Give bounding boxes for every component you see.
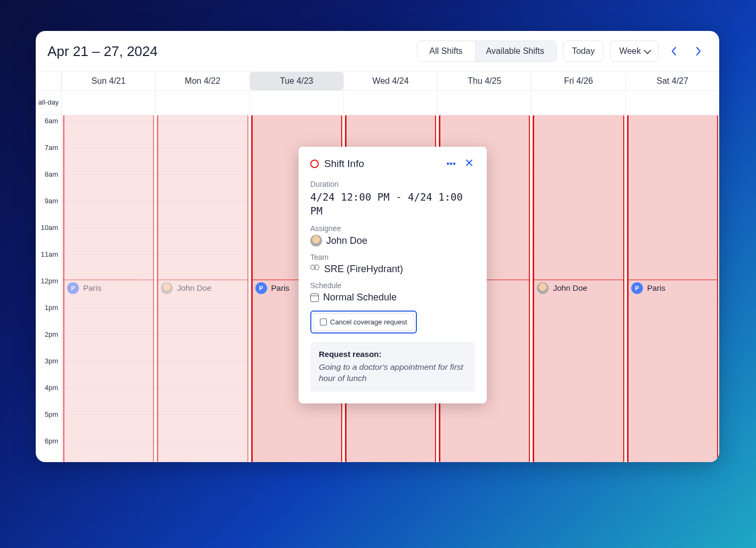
time-label: 12pm [41,277,58,285]
time-label: 4pm [45,384,58,392]
team-icon [310,265,320,274]
allday-label: all-day [36,91,61,115]
team-value: SRE (FireHydrant) [310,264,475,275]
header: Apr 21 – 27, 2024 All Shifts Available S… [36,31,719,72]
corner-cell [36,72,61,90]
reason-label: Request reason: [319,350,467,359]
calendar-cancel-icon [320,319,327,325]
avatar [310,235,322,247]
allday-cell[interactable] [155,91,249,115]
time-label: 6pm [45,437,58,445]
allday-cell[interactable] [61,91,155,115]
popover-title: Shift Info [324,158,439,170]
assignee-name: John Doe [553,283,587,292]
shift-color-icon [310,160,319,168]
duration-value: 4/24 12:00 PM - 4/24 1:00 PM [310,190,475,218]
day-header-today[interactable]: Tue 4/23 [250,72,343,90]
view-selector-label: Week [619,46,641,56]
assignee-name: John Doe [326,235,367,247]
reason-text: Going to a doctor's appointment for firs… [319,362,467,384]
shift-assignee[interactable]: John Doe [157,280,248,296]
day-column[interactable]: PParis [625,115,719,462]
allday-cell[interactable] [531,91,625,115]
time-label: 11am [41,250,58,258]
cancel-coverage-button[interactable]: Cancel coverage request [313,313,414,331]
day-header[interactable]: Mon 4/22 [155,72,249,90]
day-column[interactable]: PParis [61,115,155,462]
day-header[interactable]: Wed 4/24 [343,72,437,90]
cancel-coverage-highlight: Cancel coverage request [310,311,417,333]
time-label: 5pm [45,410,58,418]
allday-cell[interactable] [250,91,343,115]
schedule-label: Schedule [310,281,475,290]
day-header[interactable]: Sun 4/21 [61,72,155,90]
assignee-name: Paris [83,283,101,292]
time-label: 6am [45,117,58,125]
all-shifts-toggle[interactable]: All Shifts [417,41,474,61]
allday-cell[interactable] [437,91,531,115]
time-label: 1pm [45,304,58,312]
team-label: Team [310,253,475,261]
avatar [537,282,549,294]
avatar: P [631,282,643,294]
time-label: 3pm [45,357,58,365]
day-header[interactable]: Thu 4/25 [437,72,531,90]
team-name: SRE (FireHydrant) [324,264,403,275]
avatar: P [255,282,267,294]
prev-week-button[interactable] [665,41,683,62]
calendar-icon [310,293,319,302]
shift-assignee[interactable]: PParis [627,280,718,296]
schedule-value: Normal Schedule [310,292,475,303]
day-header[interactable]: Fri 4/26 [531,72,625,90]
time-label: 10am [41,224,58,232]
allday-cell[interactable] [625,91,719,115]
assignee-name: Paris [647,283,665,292]
assignee-value: John Doe [310,235,475,247]
popover-header: Shift Info ••• [310,157,475,170]
more-actions-button[interactable]: ••• [444,157,458,170]
time-label: 7am [45,144,58,152]
shift-filter-toggle: All Shifts Available Shifts [417,41,556,62]
avatar: P [67,282,79,294]
avatar [161,282,173,294]
allday-row: all-day [36,91,719,115]
day-column[interactable]: John Doe [155,115,249,462]
close-button[interactable] [463,157,475,170]
cancel-coverage-label: Cancel coverage request [330,318,407,326]
next-week-button[interactable] [689,41,707,62]
shift-info-popover: Shift Info ••• Duration 4/24 12:00 PM - … [299,147,487,403]
time-label: 2pm [45,330,58,338]
day-header-row: Sun 4/21 Mon 4/22 Tue 4/23 Wed 4/24 Thu … [36,72,719,91]
schedule-name: Normal Schedule [323,292,397,303]
assignee-label: Assignee [310,224,475,233]
shift-assignee[interactable]: PParis [63,280,154,296]
available-shifts-toggle[interactable]: Available Shifts [474,41,556,61]
request-reason-box: Request reason: Going to a doctor's appo… [310,342,475,392]
date-range-title: Apr 21 – 27, 2024 [47,43,411,60]
today-button[interactable]: Today [563,41,604,62]
day-header[interactable]: Sat 4/27 [625,72,719,90]
allday-cell[interactable] [343,91,437,115]
view-selector[interactable]: Week [610,41,658,62]
assignee-name: John Doe [177,283,211,292]
assignee-name: Paris [271,283,289,292]
chevron-down-icon [644,47,651,54]
time-column: 6am7am8am9am10am11am12pm1pm2pm3pm4pm5pm6… [36,115,61,462]
duration-label: Duration [310,180,475,188]
time-label: 8am [45,170,58,178]
time-label: 9am [45,197,58,205]
shift-assignee[interactable]: John Doe [533,280,624,296]
day-column[interactable]: John Doe [531,115,625,462]
